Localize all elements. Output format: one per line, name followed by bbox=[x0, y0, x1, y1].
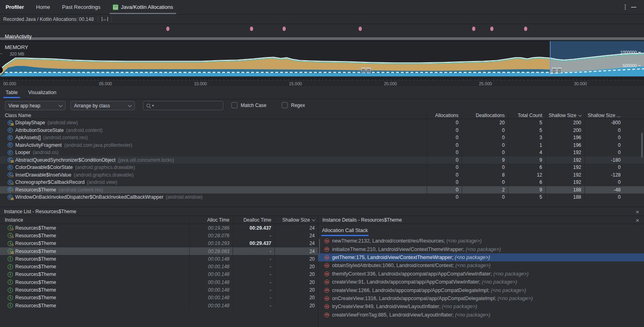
column-instance[interactable]: Instance bbox=[0, 216, 189, 224]
dealloc-time-value: - bbox=[233, 247, 275, 255]
memory-chart[interactable]: MEMORY 320 MB 1000000500000 bbox=[0, 40, 644, 79]
match-case-option[interactable]: Match Case bbox=[231, 102, 266, 108]
stack-frame[interactable]: mobtainStyledAttributes:1060, Landroid/c… bbox=[318, 261, 644, 269]
allocation-event-dot[interactable] bbox=[472, 27, 475, 31]
column-instance-shallow-size[interactable]: Shallow Size bbox=[275, 216, 318, 224]
instance-shallow-size-value: 20 bbox=[275, 302, 318, 309]
class-table-row[interactable]: CApkAssets[](android.content.res)0031960 bbox=[0, 134, 644, 142]
class-table-row[interactable]: CAbstractQueuedSynchronizer$ConditionObj… bbox=[0, 156, 644, 164]
tab-visualization[interactable]: Visualization bbox=[28, 86, 56, 99]
arrange-select[interactable]: Arrange by class bbox=[70, 101, 135, 110]
alloc-time-value: 00:00.148 bbox=[189, 255, 233, 263]
tab-java-kotlin-allocations[interactable]: Java/Kotlin Allocations bbox=[113, 0, 173, 14]
zoom-to-fit-button[interactable]: ↔ bbox=[98, 16, 112, 22]
stack-frame[interactable]: mcreateView:91, Landroidx/appcompat/app/… bbox=[318, 278, 644, 286]
class-name: AbstractQueuedSynchronizer$ConditionObje… bbox=[15, 157, 116, 163]
vertical-scrollbar[interactable] bbox=[641, 133, 643, 158]
regex-checkbox[interactable] bbox=[282, 102, 288, 108]
close-icon[interactable]: × bbox=[636, 208, 639, 214]
instance-row[interactable]: iResources$Theme00:19.28600:29.43724 bbox=[0, 224, 318, 232]
column-shallow-size-change[interactable]: Shallow Size ... bbox=[584, 112, 644, 119]
instance-row[interactable]: iResources$Theme00:00.148-20 bbox=[0, 263, 318, 270]
dealloc-time-value: 00:29.437 bbox=[233, 240, 275, 247]
instance-row[interactable]: iResources$Theme00:28.076-24 bbox=[0, 232, 318, 239]
column-class-name[interactable]: Class Name bbox=[0, 112, 427, 119]
column-allocations[interactable]: Allocations bbox=[427, 112, 462, 119]
regex-option[interactable]: Regex bbox=[282, 102, 305, 108]
shallow-size-value: 196 bbox=[545, 134, 584, 142]
instance-row[interactable]: iResources$Theme00:00.148-20 bbox=[0, 278, 318, 286]
instance-row[interactable]: iResources$Theme00:00.148-20 bbox=[0, 255, 318, 263]
nav-past-recordings[interactable]: Past Recordings bbox=[62, 4, 100, 10]
search-field[interactable] bbox=[143, 101, 223, 110]
instance-shallow-size-value: 20 bbox=[275, 255, 318, 263]
deallocations-value: 9 bbox=[462, 156, 508, 164]
stack-frame[interactable]: mcreateViewFromTag:885, Landroid/view/La… bbox=[318, 311, 644, 319]
total-count-value: 9 bbox=[508, 156, 545, 164]
class-table-row[interactable]: CWindowOnBackInvokedDispatcher$OnBackInv… bbox=[0, 193, 644, 201]
search-input[interactable] bbox=[157, 103, 206, 109]
shallow-size-value: 188 bbox=[545, 186, 584, 194]
instance-row[interactable]: iResources$Theme00:00.148-20 bbox=[0, 286, 318, 294]
total-count-value: 5 bbox=[508, 193, 545, 201]
alloc-time-value: 00:28.076 bbox=[189, 232, 233, 239]
nav-profiler[interactable]: Profiler bbox=[6, 4, 24, 10]
instance-row[interactable]: iResources$Theme00:19.29300:29.43724 bbox=[0, 240, 318, 247]
dealloc-time-value: - bbox=[233, 278, 275, 286]
heap-select-value: View app heap bbox=[8, 103, 40, 109]
column-dealloc-time[interactable]: Dealloc Time bbox=[233, 216, 275, 224]
stack-frame[interactable]: monCreateView:1316, Landroidx/appcompat/… bbox=[318, 294, 644, 302]
minimize-icon[interactable] bbox=[631, 7, 636, 8]
allocation-event-dot[interactable] bbox=[490, 27, 493, 31]
stack-frame[interactable]: mgetTheme:175, Landroid/view/ContextThem… bbox=[318, 253, 644, 261]
close-icon[interactable]: × bbox=[636, 217, 639, 223]
allocation-event-dot[interactable] bbox=[250, 27, 253, 31]
stack-frame[interactable]: mthemifyContext:336, Landroidx/appcompat… bbox=[318, 270, 644, 278]
allocations-value: 0 bbox=[427, 156, 462, 164]
class-table-row[interactable]: CInsetDrawable$InsetValue(android.graphi… bbox=[0, 171, 644, 179]
method-icon: m bbox=[324, 255, 329, 260]
details-scrollbar[interactable] bbox=[319, 239, 320, 257]
instance-name-cell: iResources$Theme bbox=[0, 302, 189, 309]
instance-row[interactable]: iResources$Theme00:00.148-20 bbox=[0, 294, 318, 302]
class-name-cell: CAttributionSourceState(android.content) bbox=[0, 127, 427, 134]
frame-text: onCreateView:1316, Landroidx/appcompat/a… bbox=[332, 296, 533, 301]
allocation-badge-icon bbox=[11, 252, 14, 254]
time-axis-label: 25.000 bbox=[479, 81, 492, 86]
allocation-event-dot[interactable] bbox=[166, 27, 169, 31]
stack-frame[interactable]: mtryCreateView:949, Landroid/view/Layout… bbox=[318, 302, 644, 311]
instance-name: Resources$Theme bbox=[15, 233, 56, 239]
class-table-row[interactable]: CLooper(android.os)0041920 bbox=[0, 149, 644, 156]
nav-home[interactable]: Home bbox=[36, 4, 50, 10]
heap-select[interactable]: View app heap bbox=[5, 101, 66, 110]
class-name: Resources$Theme bbox=[15, 187, 56, 193]
tab-table[interactable]: Table bbox=[6, 86, 18, 99]
more-options-icon[interactable] bbox=[625, 6, 626, 8]
gc-icon bbox=[367, 68, 371, 73]
instance-name-cell: iResources$Theme bbox=[0, 232, 189, 239]
recorded-label: Recorded Java / Kotlin Allocations: 00.1… bbox=[3, 16, 94, 22]
class-table-row[interactable]: CMainActivityFragment(android.com.java.p… bbox=[0, 142, 644, 149]
instance-row[interactable]: iResources$Theme00:28.083-24 bbox=[0, 247, 318, 255]
instance-row[interactable]: iResources$Theme00:00.148-20 bbox=[0, 271, 318, 278]
column-deallocations[interactable]: Deallocations bbox=[462, 112, 508, 119]
class-table-row[interactable]: CChoreographer$CallbackRecord(android.vi… bbox=[0, 179, 644, 186]
stack-frame[interactable]: mnewTheme:2132, Landroid/content/res/Res… bbox=[318, 237, 644, 245]
class-table-row[interactable]: CColorDrawable$ColorState(android.graphi… bbox=[0, 164, 644, 171]
column-shallow-size[interactable]: Shallow Size bbox=[545, 112, 584, 119]
allocation-event-dot[interactable] bbox=[524, 27, 527, 31]
class-table-row[interactable]: CResources$Theme(android.content.res)029… bbox=[0, 186, 644, 194]
allocation-event-dot[interactable] bbox=[359, 27, 362, 31]
stack-frame[interactable]: mcreateView:1266, Landroidx/appcompat/ap… bbox=[318, 286, 644, 294]
class-table-row[interactable]: CDisplayShape(android.view)0205200-800 bbox=[0, 119, 644, 127]
match-case-checkbox[interactable] bbox=[231, 102, 237, 108]
stack-frame[interactable]: minitializeTheme:210, Landroid/view/Cont… bbox=[318, 245, 644, 253]
class-table-row[interactable]: CAttributionSourceState(android.content)… bbox=[0, 127, 644, 134]
search-options-chevron-icon[interactable] bbox=[152, 105, 154, 108]
column-total-count[interactable]: Total Count bbox=[508, 112, 545, 119]
tab-allocation-call-stack[interactable]: Allocation Call Stack bbox=[322, 224, 368, 237]
allocation-event-dot[interactable] bbox=[283, 27, 286, 31]
deallocations-value: 0 bbox=[462, 134, 508, 142]
instance-row[interactable]: iResources$Theme00:00.148-20 bbox=[0, 302, 318, 309]
column-alloc-time[interactable]: Alloc Time bbox=[189, 216, 233, 224]
